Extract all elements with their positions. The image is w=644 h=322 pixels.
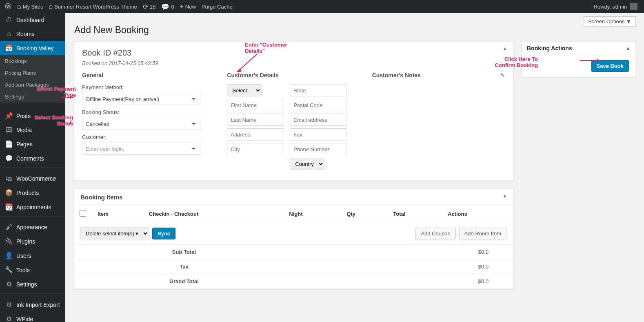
sidebar-item-woocommerce[interactable]: 🛍WooCommerce xyxy=(0,172,65,186)
sidebar-label: Users xyxy=(16,253,31,259)
collapse-icon[interactable]: ▲ xyxy=(502,46,507,51)
sidebar-label: Tools xyxy=(16,267,30,273)
user-icon: 👤 xyxy=(5,252,13,259)
purge-cache-link[interactable]: Purge Cache xyxy=(202,4,233,10)
sidebar-item-dashboard[interactable]: ⏱Dashboard xyxy=(0,13,65,27)
woo-icon: 🛍 xyxy=(5,175,13,182)
sidebar-item-comments[interactable]: 💬Comments xyxy=(0,151,65,165)
first-name-input[interactable] xyxy=(227,99,284,111)
howdy-link[interactable]: Howdy, admin xyxy=(594,4,627,10)
sidebar-item-pages[interactable]: 📄Pages xyxy=(0,137,65,151)
sidebar-item-appointments[interactable]: 📆Appointments xyxy=(0,200,65,214)
sidebar-item-posts[interactable]: 📌Posts xyxy=(0,109,65,123)
email-input[interactable] xyxy=(290,114,347,126)
screen-options-button[interactable]: Screen Options ▼ xyxy=(584,16,636,27)
sidebar-item-users[interactable]: 👤Users xyxy=(0,248,65,263)
booked-on-text: Booked on 2017-04-25 05:42:59 xyxy=(82,60,505,66)
site-name-link[interactable]: ⌂Summer Resort WordPress Theme xyxy=(49,3,137,10)
save-book-button[interactable]: Save Book xyxy=(591,60,629,72)
tax-value: $0.0 xyxy=(294,259,513,274)
product-icon: 📦 xyxy=(5,189,13,197)
calendar-icon: 📅 xyxy=(5,44,13,52)
page-title: Add New Booking xyxy=(74,25,635,36)
sidebar-item-rooms[interactable]: ⌂Rooms xyxy=(0,27,65,41)
edit-icon[interactable]: ✎ xyxy=(500,72,505,78)
general-heading: General xyxy=(82,72,215,78)
customer-details-heading: Customer's Details xyxy=(227,72,360,78)
subtotal-label: Sub Total xyxy=(74,245,294,259)
booking-items-table: Item Checkin - Checkout Night Qty Total … xyxy=(74,206,513,222)
payment-method-label: Payment Method: xyxy=(82,84,215,90)
sidebar-item-plugins[interactable]: 🔌Plugins xyxy=(0,234,65,248)
wrench-icon: 🔧 xyxy=(5,266,13,274)
sidebar-label: Comments xyxy=(16,155,44,162)
gear-icon: ⚙ xyxy=(5,301,13,309)
sidebar-label: Dashboard xyxy=(16,17,44,23)
wp-logo[interactable]: ⓦ xyxy=(5,2,11,11)
sidebar-item-products[interactable]: 📦Products xyxy=(0,186,65,200)
customer-select[interactable]: Enter user login. xyxy=(82,143,200,155)
comments-link[interactable]: 💬0 xyxy=(161,3,174,11)
sidebar-label: Settings xyxy=(16,281,37,288)
city-input[interactable] xyxy=(227,143,284,155)
home-icon: ⌂ xyxy=(49,3,53,10)
plus-icon: + xyxy=(180,3,183,10)
state-input[interactable] xyxy=(290,84,347,96)
payment-method-select[interactable]: Offline Payment(Pay on arrival) xyxy=(82,93,200,105)
booking-detail-box: ▲ Book ID #203 Booked on 2017-04-25 05:4… xyxy=(73,41,513,180)
main-content: Screen Options ▼ Add New Booking ▲ Book … xyxy=(65,13,644,322)
sidebar-label: Appointments xyxy=(16,204,51,210)
customer-label: Customer: xyxy=(82,134,215,140)
updates-link[interactable]: ⟳15 xyxy=(143,3,155,11)
sidebar-label: Booking Valley xyxy=(16,45,54,51)
booking-items-box: ▲ Booking Items Item Checkin - Checkout … xyxy=(73,188,513,289)
my-sites-link[interactable]: ⌂My Sites xyxy=(17,3,43,10)
address-input[interactable] xyxy=(227,128,284,141)
subitem-pricing[interactable]: Pricing Plans xyxy=(0,67,65,79)
sidebar-label: Plugins xyxy=(16,238,35,245)
sidebar-item-tools[interactable]: 🔧Tools xyxy=(0,263,65,277)
avatar[interactable] xyxy=(630,3,637,10)
booking-status-select[interactable]: Cancelled xyxy=(82,118,200,130)
fax-input[interactable] xyxy=(290,128,347,141)
new-label: New xyxy=(185,4,196,10)
new-link[interactable]: +New xyxy=(180,3,195,10)
subitem-bookings[interactable]: Bookings xyxy=(0,55,65,67)
col-night: Night xyxy=(283,206,341,222)
col-qty: Qty xyxy=(341,206,387,222)
home-icon: ⌂ xyxy=(17,3,21,10)
sidebar-label: Media xyxy=(16,127,32,133)
select-all-checkbox[interactable] xyxy=(80,210,86,217)
sidebar-item-media[interactable]: 🖼Media xyxy=(0,123,65,137)
bulk-action-select[interactable]: Delete select item(s) ▾ xyxy=(80,227,149,239)
last-name-input[interactable] xyxy=(227,114,284,126)
add-coupon-button[interactable]: Add Coupon xyxy=(415,228,455,239)
phone-input[interactable] xyxy=(290,143,347,155)
col-item: Item xyxy=(92,206,143,222)
sync-button[interactable]: Sync xyxy=(152,228,175,239)
grandtotal-label: Grand Total xyxy=(74,274,294,289)
add-room-item-button[interactable]: Add Room Item xyxy=(459,228,506,239)
collapse-icon[interactable]: ▲ xyxy=(626,45,631,51)
postal-code-input[interactable] xyxy=(290,99,347,111)
sidebar-item-settings[interactable]: ⚙Settings xyxy=(0,277,65,291)
media-icon: 🖼 xyxy=(5,126,13,134)
sidebar-item-booking-valley[interactable]: 📅Booking Valley xyxy=(0,41,65,55)
sidebar-item-wpide[interactable]: ⚙WPide xyxy=(0,312,65,322)
country-select[interactable]: Country xyxy=(290,158,324,170)
col-total: Total xyxy=(387,206,442,222)
sidebar-item-ink-import[interactable]: ⚙Ink Import Export xyxy=(0,297,65,312)
subitem-addition[interactable]: Addition Packages xyxy=(0,79,65,91)
title-select[interactable]: Select xyxy=(227,84,262,96)
howdy-label: Howdy, admin xyxy=(594,4,627,10)
booking-actions-box: Booking Actions ▲ Save Book xyxy=(522,41,636,77)
col-checkin: Checkin - Checkout xyxy=(143,206,283,222)
collapse-icon[interactable]: ▲ xyxy=(502,193,507,199)
admin-sidebar: ⏱Dashboard ⌂Rooms 📅Booking Valley Bookin… xyxy=(0,13,65,322)
tax-label: Tax xyxy=(74,259,294,274)
subitem-settings[interactable]: Settings xyxy=(0,91,65,103)
updates-count: 15 xyxy=(150,4,155,10)
pin-icon: 📌 xyxy=(5,112,13,120)
page-icon: 📄 xyxy=(5,140,13,148)
sidebar-item-appearance[interactable]: 🖌Appearance xyxy=(0,220,65,234)
